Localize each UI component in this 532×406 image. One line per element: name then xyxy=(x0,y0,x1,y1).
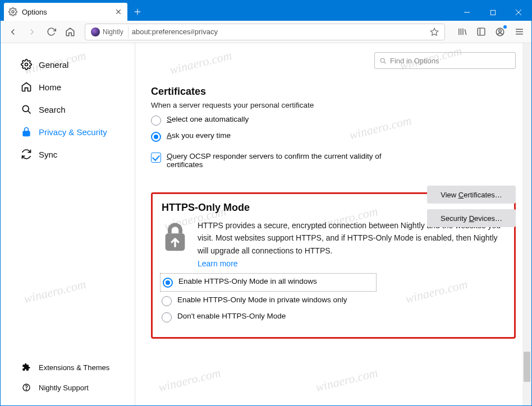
tab-strip: Options xyxy=(1,1,454,21)
svg-rect-3 xyxy=(478,28,485,35)
help-icon xyxy=(21,382,32,393)
close-icon[interactable] xyxy=(114,7,123,16)
identity-label: Nightly xyxy=(103,28,123,36)
sidebar-toggle-button[interactable] xyxy=(472,23,490,41)
radio-icon[interactable] xyxy=(162,296,172,306)
svg-point-0 xyxy=(12,11,14,13)
sidebar-item-privacy[interactable]: Privacy & Security xyxy=(1,121,135,143)
sidebar-item-extensions[interactable]: Extensions & Themes xyxy=(1,357,135,377)
certificates-subtitle: When a server requests your personal cer… xyxy=(151,101,516,109)
sidebar-item-label: Privacy & Security xyxy=(39,127,107,137)
puzzle-icon xyxy=(21,362,32,373)
radio-label: Don't enable HTTPS-Only Mode xyxy=(177,312,286,320)
sidebar-item-label: Home xyxy=(39,82,61,92)
lock-upload-icon xyxy=(162,223,189,253)
titlebar: Options xyxy=(1,1,531,21)
preferences-main: Find in Options Certificates When a serv… xyxy=(135,43,531,405)
window-controls xyxy=(454,4,531,21)
sync-icon xyxy=(21,149,32,160)
cert-radio-ask[interactable]: Ask you every time xyxy=(151,131,516,142)
maximize-button[interactable] xyxy=(480,4,506,21)
back-button[interactable] xyxy=(4,23,22,41)
svg-point-7 xyxy=(22,105,29,112)
library-button[interactable] xyxy=(453,23,471,41)
preferences-sidebar: General Home Search Privacy & Security S… xyxy=(1,43,135,405)
sidebar-item-label: Extensions & Themes xyxy=(39,363,109,372)
home-button[interactable] xyxy=(61,23,79,41)
svg-point-10 xyxy=(26,389,26,390)
minimize-button[interactable] xyxy=(454,4,480,21)
svg-marker-2 xyxy=(430,28,438,35)
nav-toolbar: Nightly about:preferences#privacy xyxy=(1,21,531,43)
nightly-icon xyxy=(91,27,100,36)
tab-label: Options xyxy=(22,8,109,16)
identity-box[interactable]: Nightly xyxy=(89,26,129,38)
sidebar-item-search[interactable]: Search xyxy=(1,98,135,121)
certificates-heading: Certificates xyxy=(151,86,516,98)
svg-point-6 xyxy=(25,63,28,66)
sidebar-item-label: Search xyxy=(39,105,66,114)
search-placeholder: Find in Options xyxy=(390,57,439,65)
search-icon xyxy=(21,104,32,115)
https-radio-off[interactable]: Don't enable HTTPS-Only Mode xyxy=(162,312,505,322)
cert-radio-auto[interactable]: Select one automatically xyxy=(151,115,516,126)
forward-button[interactable] xyxy=(23,23,41,41)
sidebar-item-label: Nightly Support xyxy=(39,384,89,392)
search-input[interactable]: Find in Options xyxy=(374,52,516,69)
reload-button[interactable] xyxy=(42,23,60,41)
svg-rect-1 xyxy=(490,10,495,15)
learn-more-link[interactable]: Learn more xyxy=(198,259,238,268)
notification-dot-icon xyxy=(503,25,507,29)
sidebar-item-label: General xyxy=(39,60,68,70)
svg-point-5 xyxy=(499,29,502,32)
svg-point-11 xyxy=(380,58,384,62)
radio-label: Enable HTTPS-Only Mode in private window… xyxy=(177,296,347,304)
radio-icon[interactable] xyxy=(151,132,161,142)
sidebar-item-sync[interactable]: Sync xyxy=(1,143,135,165)
sidebar-item-general[interactable]: General xyxy=(1,53,135,76)
security-devices-button[interactable]: Security Devices… xyxy=(427,209,516,227)
bookmark-star-icon[interactable] xyxy=(428,25,441,39)
home-icon xyxy=(21,81,32,93)
new-tab-button[interactable] xyxy=(130,4,145,20)
account-button[interactable] xyxy=(491,23,509,41)
close-window-button[interactable] xyxy=(506,4,531,21)
sidebar-item-label: Sync xyxy=(39,150,57,159)
scrollbar-thumb[interactable] xyxy=(524,352,530,382)
scrollbar[interactable] xyxy=(522,43,531,405)
https-radio-all[interactable]: Enable HTTPS-Only Mode in all windows xyxy=(162,275,375,290)
radio-icon[interactable] xyxy=(151,116,161,126)
https-radio-private[interactable]: Enable HTTPS-Only Mode in private window… xyxy=(162,296,505,306)
ocsp-checkbox-row[interactable]: Query OCSP responder servers to confirm … xyxy=(151,152,387,169)
tab-options[interactable]: Options xyxy=(4,3,127,21)
url-bar[interactable]: Nightly about:preferences#privacy xyxy=(85,24,445,40)
svg-rect-8 xyxy=(23,131,30,136)
url-text: about:preferences#privacy xyxy=(132,27,424,36)
search-icon xyxy=(379,57,387,64)
checkbox-label: Query OCSP responder servers to confirm … xyxy=(167,152,387,169)
radio-label: Enable HTTPS-Only Mode in all windows xyxy=(178,277,317,285)
app-menu-button[interactable] xyxy=(510,23,528,41)
gear-icon xyxy=(8,7,17,16)
sidebar-item-home[interactable]: Home xyxy=(1,76,135,98)
gear-icon xyxy=(21,59,32,70)
radio-icon[interactable] xyxy=(162,312,172,322)
checkbox-icon[interactable] xyxy=(151,153,161,163)
radio-icon[interactable] xyxy=(163,278,173,288)
radio-label: Ask you every time xyxy=(167,131,231,140)
lock-icon xyxy=(21,126,32,137)
sidebar-item-support[interactable]: Nightly Support xyxy=(1,377,135,398)
radio-label: Select one automatically xyxy=(167,115,249,123)
view-certificates-button[interactable]: View Certificates… xyxy=(427,186,516,204)
